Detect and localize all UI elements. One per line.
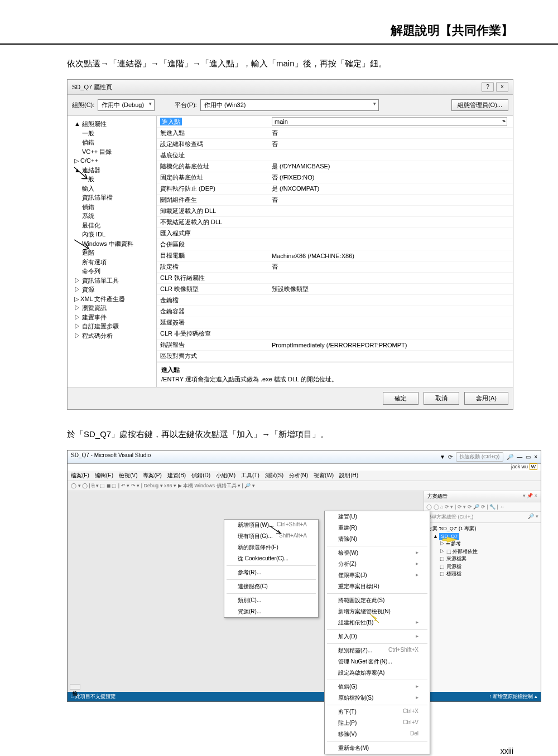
grid-key[interactable]: 不繫結延遲載入的 DLL (160, 219, 222, 225)
grid-value[interactable] (268, 228, 513, 239)
menu-item[interactable]: 說明(H) (339, 472, 358, 478)
tree-item[interactable]: VC++ 目錄 (70, 147, 154, 157)
user-avatar[interactable]: W (530, 463, 538, 470)
menu-item[interactable]: 偵錯(D) (191, 472, 210, 478)
grid-value[interactable]: 否 (268, 128, 513, 139)
context-menu-item[interactable]: 建置(U) (325, 511, 430, 522)
context-menu-item[interactable]: 原始檔控制(S) (325, 692, 430, 704)
tree-item[interactable]: 內嵌 IDL (70, 230, 154, 239)
context-menu-item[interactable]: 剪下(T)Ctrl+X (325, 706, 430, 718)
grid-key[interactable]: 固定的基底位址 (160, 174, 203, 181)
grid-value[interactable] (268, 273, 513, 284)
grid-key[interactable]: 進入點 (160, 118, 182, 125)
context-menu-item[interactable]: 貼上(P)Ctrl+V (325, 718, 430, 729)
ok-button[interactable]: 確定 (383, 392, 419, 405)
grid-value[interactable] (268, 217, 513, 228)
tree-item[interactable]: ▷ 瀏覽資訊 (70, 303, 154, 313)
grid-key[interactable]: 關閉組件產生 (160, 196, 197, 203)
quick-launch[interactable]: 快速啟動 (Ctrl+Q) (456, 452, 503, 462)
context-menu-project[interactable]: 建置(U)重建(R)清除(N)檢視(W)分析(Z)僅限專案(J)重定專案目標(R… (324, 511, 430, 754)
grid-key[interactable]: 金鑰檔 (160, 297, 179, 303)
grid-value[interactable]: 否 (/FIXED:NO) (268, 172, 513, 183)
se-search[interactable]: 搜尋方案總管 (Ctrl+;) (426, 514, 473, 520)
grid-value[interactable] (268, 328, 513, 340)
tree-item[interactable]: Windows 中繼資料 (70, 239, 154, 249)
menu-item[interactable]: 檔案(F) (71, 472, 89, 478)
apply-button[interactable]: 套用(A) (464, 392, 508, 405)
grid-key[interactable]: 基底位址 (160, 152, 185, 158)
menu-item[interactable]: 測試(S) (265, 472, 283, 478)
close-icon[interactable]: × (534, 454, 537, 460)
context-menu-item[interactable]: 從 Cookiecutter(C)... (224, 553, 318, 564)
grid-key[interactable]: 匯入程式庫 (160, 230, 191, 236)
grid-key[interactable]: 隨機化的基底位址 (160, 163, 209, 169)
context-menu-item[interactable]: 重新命名(M) (325, 743, 430, 754)
grid-key[interactable]: 目標電腦 (160, 252, 185, 259)
tree-item[interactable]: ▲ 連結器 (70, 166, 154, 175)
context-menu-item[interactable]: 重建(R) (325, 522, 430, 534)
config-tree[interactable]: ▲ 組態屬性 一般偵錯VC++ 目錄▷ C/C++▲ 連結器一般輸入資訊清單檔偵… (68, 116, 157, 387)
solution-node[interactable]: 方案 'SD_Q7' (1 專案) (427, 526, 476, 531)
menu-item[interactable]: 工具(T) (241, 472, 259, 478)
config-combo[interactable]: 作用中 (Debug) (98, 99, 155, 111)
grid-value[interactable]: 是 (/NXCOMPAT) (268, 183, 513, 195)
search-icon[interactable]: 🔎 ▾ (528, 513, 538, 519)
se-toolbar[interactable]: ◯ ◯ ⌂ ⟳ ▾ | ⟳ ▾ ⟳ 🔎 ⟳ | 🔧 | ↔ (424, 502, 541, 512)
grid-key[interactable]: 金鑰容器 (160, 308, 185, 314)
tree-item[interactable]: ▷ 建置事件 (70, 313, 154, 322)
se-pin-icon[interactable]: ▾ 📌 × (523, 493, 537, 500)
grid-value[interactable] (268, 150, 513, 161)
tree-item[interactable]: 資訊清單檔 (70, 193, 154, 202)
tree-root[interactable]: ▲ 組態屬性 (70, 119, 154, 129)
menu-item[interactable]: 建置(B) (167, 472, 186, 478)
context-menu-item[interactable]: 加入(D) (325, 631, 430, 642)
close-icon[interactable]: × (496, 82, 508, 92)
tree-item[interactable]: 輸入 (70, 184, 154, 193)
grid-value[interactable]: MachineX86 (/MACHINE:X86) (268, 250, 513, 261)
grid-key[interactable]: 資料執行防止 (DEP) (160, 185, 215, 192)
grid-key[interactable]: 錯誤報告 (160, 341, 185, 348)
grid-value[interactable]: PromptImmediately (/ERRORREPORT:PROMPT) (268, 340, 513, 351)
context-menu-item[interactable]: 將範圍設定在此(S) (325, 595, 430, 606)
tree-item[interactable]: ▷ XML 文件產生器 (70, 294, 154, 304)
grid-key[interactable]: 設定總和檢查碼 (160, 140, 203, 147)
help-icon[interactable]: ? (482, 82, 494, 92)
tree-item[interactable]: 進階 (70, 248, 154, 258)
context-menu-item[interactable]: 檢視(W) (325, 547, 430, 559)
grid-key[interactable]: CLR 映像類型 (160, 285, 199, 292)
grid-value[interactable] (268, 306, 513, 317)
grid-key[interactable]: 延遲簽署 (160, 319, 185, 326)
config-manager-button[interactable]: 組態管理員(O)... (451, 99, 508, 111)
context-menu-item[interactable]: 分析(Z) (325, 559, 430, 570)
tree-item[interactable]: 一般 (70, 175, 154, 184)
vs-menubar[interactable]: 檔案(F)編輯(E)檢視(V)專案(P)建置(B)偵錯(D)小組(M)工具(T)… (68, 471, 541, 481)
context-menu-item[interactable]: 管理 NuGet 套件(N)... (325, 656, 430, 667)
vs-toolbar[interactable]: ◯ ▾ ◯ | ⎘ ▾ ⬚ ◼ ⬚ | ↶ ▾ ↷ ▾ | Debug ▾ x8… (68, 481, 541, 491)
tree-item[interactable]: ▷ 自訂建置步驟 (70, 322, 154, 331)
context-menu-item[interactable]: 連接服務(C) (224, 581, 318, 592)
context-menu-item[interactable]: 類別精靈(Z)...Ctrl+Shift+X (325, 645, 430, 656)
grid-key[interactable]: 區段對齊方式 (160, 352, 197, 359)
context-menu-item[interactable]: 僅限專案(J) (325, 570, 430, 581)
grid-value[interactable]: 預設映像類型 (268, 284, 513, 295)
grid-value[interactable] (268, 295, 513, 306)
menu-item[interactable]: 視窗(W) (314, 472, 334, 478)
cancel-button[interactable]: 取消 (424, 392, 459, 405)
entry-point-input[interactable]: main (272, 117, 507, 126)
context-menu-item[interactable]: 設定為啟始專案(A) (325, 667, 430, 679)
grid-key[interactable]: 設定檔 (160, 263, 179, 270)
menu-item[interactable]: 檢視(V) (119, 472, 137, 478)
tree-item[interactable]: ▷ 程式碼分析 (70, 331, 154, 341)
grid-value[interactable] (268, 206, 513, 217)
context-menu-item[interactable]: 重定專案目標(R) (325, 581, 430, 592)
se-tree-item[interactable]: ⬚ 資源檔 (427, 563, 537, 571)
context-menu-item[interactable]: 偵錯(G) (325, 681, 430, 692)
search-icon[interactable]: 🔎 (507, 454, 513, 460)
tree-item[interactable]: ▷ C/C++ (70, 156, 154, 166)
tree-item[interactable]: 最佳化 (70, 221, 154, 230)
grid-value[interactable] (268, 239, 513, 250)
menu-item[interactable]: 分析(N) (289, 472, 308, 478)
se-tree-item[interactable]: ⬚ 標頭檔 (427, 570, 537, 578)
grid-key[interactable]: CLR 非受控碼檢查 (160, 330, 211, 337)
se-tree[interactable]: 方案 'SD_Q7' (1 專案) ▲ SD_Q7 ▷ ▪▪ 參考▷ ⬚ 外部相… (424, 523, 541, 580)
